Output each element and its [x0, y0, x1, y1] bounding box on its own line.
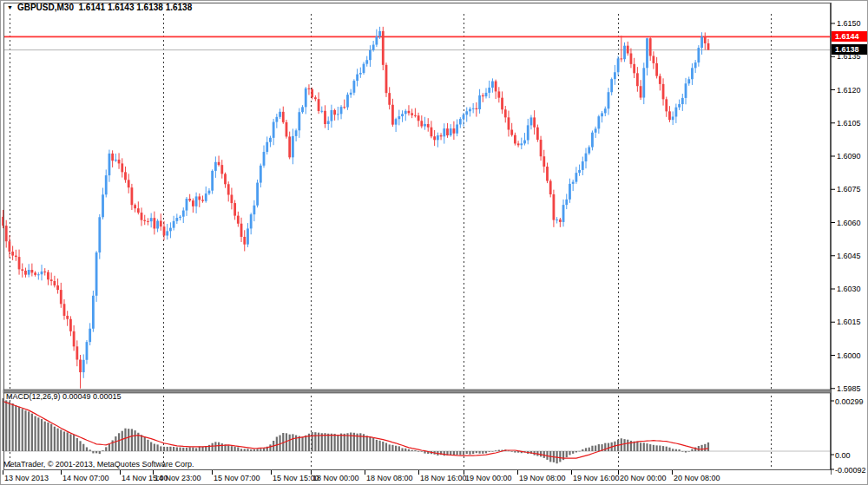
macd-histogram-bar: [623, 439, 625, 451]
macd-histogram-bar: [73, 435, 75, 451]
candle-body-down: [76, 346, 78, 359]
macd-histogram-bar: [476, 451, 477, 453]
copyright-text: MetaTrader, © 2001-2013, MetaQuotes Soft…: [3, 460, 194, 469]
macd-histogram-bar: [240, 449, 242, 451]
time-tick-label: 18 Nov 08:00: [366, 474, 413, 482]
candle-body-up: [263, 152, 266, 166]
macd-histogram-bar: [646, 443, 648, 451]
candle-body-up: [674, 108, 677, 117]
candle-body-down: [453, 128, 456, 134]
candle-body-up: [588, 147, 590, 154]
macd-histogram-bar: [627, 440, 628, 451]
candle-body-down: [69, 319, 72, 331]
macd-histogram-bar: [269, 444, 271, 451]
candle-body-up: [700, 36, 703, 48]
candle-body-up: [275, 117, 278, 122]
candle-body-down: [73, 331, 76, 346]
candle-body-down: [431, 128, 433, 137]
macd-histogram-bar: [681, 451, 683, 452]
candle-body-up: [398, 116, 400, 119]
price-tick-label: 1.6150: [837, 19, 861, 28]
candle-body-up: [269, 138, 272, 142]
macd-histogram-bar: [707, 442, 709, 451]
chart-symbol-period: GBPUSD,M30: [17, 3, 74, 12]
macd-histogram-bar: [279, 436, 280, 451]
macd-histogram-bar: [276, 436, 278, 451]
macd-histogram-bar: [199, 447, 201, 451]
macd-histogram-bar: [192, 448, 194, 451]
candle-body-down: [659, 76, 661, 84]
candle-body-down: [420, 121, 423, 126]
quote-low: 1.6138: [136, 3, 163, 12]
candle-body-down: [47, 272, 49, 280]
chart-canvas[interactable]: [1, 1, 868, 485]
candle-body-down: [333, 110, 336, 115]
macd-histogram-bar: [372, 438, 374, 451]
candle-body-up: [86, 342, 89, 360]
candle-body-up: [556, 220, 558, 220]
macd-histogram-bar: [459, 451, 461, 455]
macd-histogram-bar: [340, 434, 342, 451]
macd-histogram-bar: [369, 436, 371, 451]
candle-body-up: [456, 124, 458, 133]
candle-body-down: [533, 117, 536, 127]
candle-body-up: [298, 112, 300, 130]
candle-body-up: [340, 107, 343, 114]
macd-histogram-bar: [63, 431, 65, 451]
candle-body-up: [365, 60, 368, 63]
ask-price-badge: 1.6144: [832, 31, 868, 42]
candle-body-down: [414, 115, 417, 116]
macd-histogram-bar: [453, 451, 455, 455]
price-tick-label: 1.6075: [837, 185, 861, 193]
macd-histogram-bar: [401, 448, 403, 451]
macd-histogram-bar: [163, 447, 165, 451]
candle-body-up: [485, 93, 488, 96]
macd-histogram-bar: [463, 451, 464, 455]
candle-body-up: [186, 199, 188, 211]
candle-body-up: [95, 252, 98, 296]
candle-body-up: [642, 68, 645, 97]
candle-body-down: [188, 199, 191, 200]
candle-body-down: [192, 200, 194, 206]
candle-body-down: [482, 95, 484, 96]
macd-histogram-bar: [50, 424, 52, 451]
quote-open: 1.6141: [79, 3, 106, 12]
candle-body-up: [28, 270, 30, 275]
candle-body-down: [391, 105, 394, 125]
candle-body-up: [356, 75, 358, 81]
candle-body-down: [282, 112, 285, 122]
candle-body-down: [118, 160, 121, 163]
candle-body-up: [378, 31, 381, 36]
candle-body-down: [60, 290, 62, 304]
macd-histogram-bar: [662, 446, 664, 451]
candle-body-up: [359, 73, 362, 75]
macd-histogram-bar: [299, 436, 300, 451]
macd-histogram-bar: [35, 416, 36, 451]
time-tick-label: 13 Nov 2013: [4, 474, 49, 482]
candle-body-down: [218, 162, 220, 165]
candle-body-down: [497, 91, 500, 97]
candle-body-up: [279, 112, 281, 117]
candle-body-down: [433, 136, 436, 140]
pane-separator-band[interactable]: [3, 390, 831, 393]
price-tick-label: 1.6060: [837, 219, 861, 227]
candle-body-down: [324, 111, 326, 124]
macd-histogram-bar: [44, 422, 46, 451]
candle-body-down: [237, 216, 240, 224]
macd-histogram-bar: [231, 446, 233, 451]
candle-body-up: [208, 191, 211, 193]
candle-body-up: [350, 93, 352, 95]
candle-body-down: [21, 269, 23, 271]
macd-histogram-bar: [105, 447, 107, 451]
macd-histogram-bar: [414, 450, 416, 451]
macd-histogram-bar: [685, 451, 687, 453]
macd-histogram-bar: [289, 435, 291, 451]
candle-body-down: [653, 56, 655, 62]
price-tick-label: 1.6045: [837, 252, 861, 260]
candle-body-up: [443, 128, 445, 136]
macd-histogram-bar: [578, 451, 580, 452]
candle-body-down: [382, 31, 385, 65]
candle-body-down: [124, 172, 127, 180]
candle-body-down: [233, 203, 236, 216]
candle-body-up: [105, 175, 108, 194]
